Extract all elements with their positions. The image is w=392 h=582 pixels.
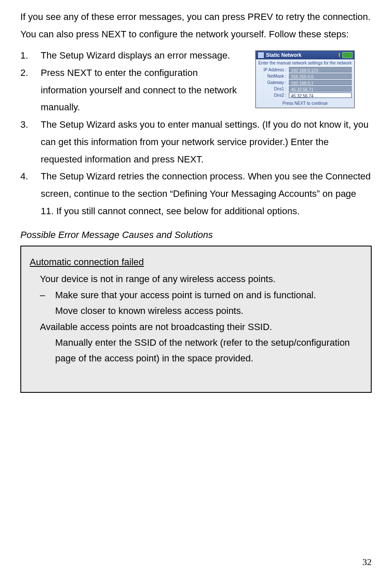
field-gateway: Gateway : 192.168.0.1 (258, 80, 352, 85)
step-4: The Setup Wizard retries the connection … (20, 168, 372, 220)
value-netmask: 255.255.0.0 (289, 73, 352, 79)
error-cause-2: Available access points are not broadcas… (30, 319, 362, 335)
field-netmask: NetMask : 255.255.0.0 (258, 73, 352, 79)
field-dns1: Dns1 : 45.32.56.71 (258, 86, 352, 92)
value-dns1: 45.32.56.71 (289, 86, 352, 92)
error-cause-1: Your device is not in range of any wirel… (30, 271, 362, 287)
device-title: Static Network (266, 52, 301, 58)
intro-paragraph: If you see any of these error messages, … (20, 8, 372, 43)
label-dns2: Dns2 : (258, 93, 286, 98)
label-ip-address: IP Address : (258, 67, 286, 72)
step-1: The Setup Wizard displays an error messa… (20, 47, 244, 64)
error-box: Automatic connection failed Your device … (20, 246, 372, 392)
value-gateway: 192.168.0.1 (289, 80, 352, 85)
device-titlebar: Static Network ⌇ (256, 51, 354, 59)
step-3: The Setup Wizard asks you to enter manua… (20, 116, 372, 168)
page-number: 32 (362, 557, 372, 568)
error-solution-1b: Move closer to known wireless access poi… (30, 303, 362, 319)
error-solution-1a: Make sure that your access point is turn… (30, 287, 362, 303)
error-title: Automatic connection failed (30, 257, 362, 268)
steps-left-column: The Setup Wizard displays an error messa… (20, 47, 244, 116)
device-footer: Press NEXT to continue (256, 100, 354, 108)
device-hint: Enter the manual network settings for th… (256, 59, 354, 66)
error-subheading: Possible Error Message Causes and Soluti… (20, 227, 372, 242)
label-gateway: Gateway : (258, 80, 286, 85)
field-ip-address: IP Address : 192.168.0.123 (258, 67, 352, 73)
value-dns2: 45.32.56.74 (289, 92, 352, 98)
error-solution-2: Manually enter the SSID of the network (… (30, 335, 362, 367)
document-page: If you see any of these error messages, … (0, 0, 392, 582)
steps-list-bottom: The Setup Wizard asks you to enter manua… (20, 116, 372, 220)
value-ip-address: 192.168.0.123 (289, 67, 352, 73)
label-netmask: NetMask : (258, 74, 286, 78)
device-screenshot: Static Network ⌇ Enter the manual networ… (255, 50, 355, 108)
wifi-icon: ⌇ (338, 52, 341, 58)
device-fields: IP Address : 192.168.0.123 NetMask : 255… (256, 67, 354, 100)
label-dns1: Dns1 : (258, 87, 286, 91)
app-icon (258, 52, 264, 59)
field-dns2: Dns2 : 45.32.56.74 (258, 92, 352, 98)
battery-icon (342, 52, 353, 58)
steps-with-image-row: The Setup Wizard displays an error messa… (20, 47, 372, 116)
step-2: Press NEXT to enter the configuration in… (20, 64, 244, 116)
steps-list-top: The Setup Wizard displays an error messa… (20, 47, 244, 116)
